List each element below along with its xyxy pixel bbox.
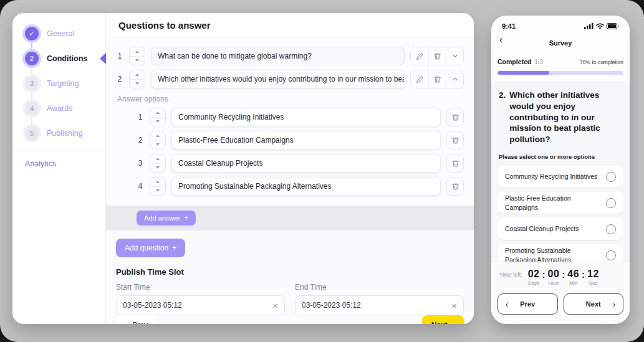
survey-option-4[interactable]: Promoting Sustainable Packaging Alternat…: [497, 244, 623, 262]
start-time-value: 03-05-2023 05:12: [123, 301, 272, 310]
step-label-general: General: [47, 29, 74, 38]
survey-option-1[interactable]: Community Recycling Initiatives: [497, 166, 623, 188]
question-reorder-stepper: [129, 70, 145, 88]
move-down-icon[interactable]: [150, 163, 165, 173]
answer-row-1: 1 Community Recycling Initiatives: [137, 108, 464, 126]
move-down-icon[interactable]: [150, 117, 165, 126]
sidebar-step-targeting[interactable]: 3 Targeting: [12, 71, 105, 96]
move-up-icon[interactable]: [150, 131, 165, 140]
survey-helper-text: Please select one or more options: [499, 153, 622, 160]
plus-icon: +: [184, 214, 188, 222]
sidebar-step-awards[interactable]: 4 Awards: [12, 96, 105, 121]
add-answer-button[interactable]: Add answer +: [137, 211, 196, 226]
sidebar-step-publishing[interactable]: 5 Publishing: [12, 121, 105, 146]
question-reorder-stepper: [129, 47, 145, 65]
question-input[interactable]: Which other initiatives would you enjoy …: [151, 70, 405, 88]
completed-fraction: 1/3: [534, 59, 543, 65]
phone-next-button[interactable]: Next ›: [564, 293, 624, 315]
timer-hours: 00 Hour: [547, 268, 559, 286]
screen: ✓ General 2 Conditions 3 Targeting 4 Awa…: [0, 0, 644, 342]
answer-row-3: 3 Coastal Cleanup Projects: [137, 154, 464, 173]
timer-colon: :: [562, 268, 565, 280]
check-icon: ✓: [29, 30, 35, 37]
move-up-icon[interactable]: [130, 47, 145, 56]
delete-icon[interactable]: [446, 131, 464, 150]
timer-days: 02 Days: [528, 268, 540, 286]
answer-input[interactable]: Promoting Sustainable Packaging Alternat…: [171, 177, 441, 196]
publish-time-slot-title: Publish Time Slot: [116, 267, 464, 277]
phone-prev-button[interactable]: ‹ Prev: [497, 293, 558, 315]
wifi-icon: [596, 23, 604, 29]
answer-reorder-stepper: [150, 154, 166, 173]
status-icons: [584, 23, 619, 29]
edit-icon[interactable]: [411, 47, 428, 65]
survey-question: 2. Which other initiatives would you enj…: [497, 87, 623, 146]
delete-icon[interactable]: [428, 47, 446, 65]
move-down-icon[interactable]: [150, 140, 165, 150]
time-slot-row: Start Time 03-05-2023 05:12 × End Time 0…: [116, 283, 464, 315]
close-icon[interactable]: ×: [272, 301, 278, 310]
sidebar-item-analytics[interactable]: Analytics: [12, 151, 105, 176]
expand-chevron-down-icon[interactable]: [446, 47, 463, 65]
end-time-label: End Time: [295, 283, 464, 292]
delete-icon[interactable]: [446, 154, 464, 173]
cellular-signal-icon: [584, 23, 594, 29]
delete-icon[interactable]: [446, 177, 464, 196]
sidebar-step-general[interactable]: ✓ General: [12, 21, 105, 46]
move-down-icon[interactable]: [130, 79, 145, 88]
sidebar-step-conditions[interactable]: 2 Conditions: [12, 46, 105, 71]
move-up-icon[interactable]: [150, 178, 165, 186]
move-up-icon[interactable]: [130, 70, 145, 79]
prev-button[interactable]: ‹ Prev: [116, 315, 157, 324]
next-button[interactable]: Next ›: [422, 315, 464, 324]
completed-label: Completed: [497, 58, 531, 65]
answer-reorder-stepper: [150, 177, 166, 196]
add-question-button[interactable]: Add question +: [116, 239, 185, 257]
answer-number: 2: [137, 136, 144, 145]
collapse-chevron-up-icon[interactable]: [446, 70, 463, 88]
answer-input[interactable]: Community Recycling Initiatives: [171, 108, 441, 126]
add-question-label: Add question: [125, 244, 168, 252]
phone-nav-bar: ‹ Survey: [491, 31, 630, 53]
move-down-icon[interactable]: [150, 186, 165, 196]
panel-header: Questions to answer: [106, 13, 474, 37]
radio-icon[interactable]: [606, 250, 616, 260]
answer-row-4: 4 Promoting Sustainable Packaging Altern…: [137, 177, 464, 196]
add-answer-band: Add answer +: [106, 206, 474, 230]
question-actions: [410, 70, 464, 88]
radio-icon[interactable]: [606, 172, 616, 182]
publish-section: Add question + Publish Time Slot Start T…: [106, 230, 474, 324]
question-actions: [410, 47, 464, 65]
answer-input[interactable]: Coastal Cleanup Projects: [171, 154, 441, 173]
survey-option-2[interactable]: Plastic-Free Education Campaigns: [497, 192, 623, 214]
option-label: Promoting Sustainable Packaging Alternat…: [505, 246, 600, 262]
delete-icon[interactable]: [446, 108, 464, 126]
question-row-1: 1 What can be done to mitigate global wa…: [116, 47, 464, 65]
question-input[interactable]: What can be done to mitigate global warm…: [151, 47, 405, 65]
answer-input[interactable]: Plastic-Free Education Campaigns: [171, 131, 441, 150]
back-icon[interactable]: ‹: [499, 34, 502, 45]
option-label: Coastal Cleanup Projects: [505, 224, 579, 233]
answer-number: 4: [137, 182, 144, 191]
step-label-targeting: Targeting: [47, 79, 79, 88]
step-label-publishing: Publishing: [47, 129, 83, 138]
delete-icon[interactable]: [428, 70, 446, 88]
countdown-timer: 02 Days : 00 Hour : 46 Min : 12 Sec: [528, 268, 599, 286]
steps-sidebar: ✓ General 2 Conditions 3 Targeting 4 Awa…: [12, 13, 106, 324]
edit-icon[interactable]: [411, 70, 428, 88]
answer-number: 1: [137, 113, 144, 121]
question-row-2: 2 Which other initiatives would you enjo…: [116, 70, 464, 88]
move-down-icon[interactable]: [130, 56, 145, 65]
end-time-group: End Time 03-05-2023 05:12 ×: [295, 283, 464, 315]
radio-icon[interactable]: [606, 198, 616, 208]
radio-icon[interactable]: [606, 224, 616, 234]
answer-number: 3: [137, 159, 144, 168]
end-time-input[interactable]: 03-05-2023 05:12 ×: [295, 295, 464, 315]
move-up-icon[interactable]: [150, 108, 165, 117]
start-time-input[interactable]: 03-05-2023 05:12 ×: [116, 295, 285, 315]
survey-option-3[interactable]: Coastal Cleanup Projects: [497, 218, 623, 240]
step-circle-conditions: 2: [25, 52, 39, 65]
answer-row-2: 2 Plastic-Free Education Campaigns: [137, 131, 464, 150]
move-up-icon[interactable]: [150, 154, 165, 163]
close-icon[interactable]: ×: [451, 301, 457, 310]
